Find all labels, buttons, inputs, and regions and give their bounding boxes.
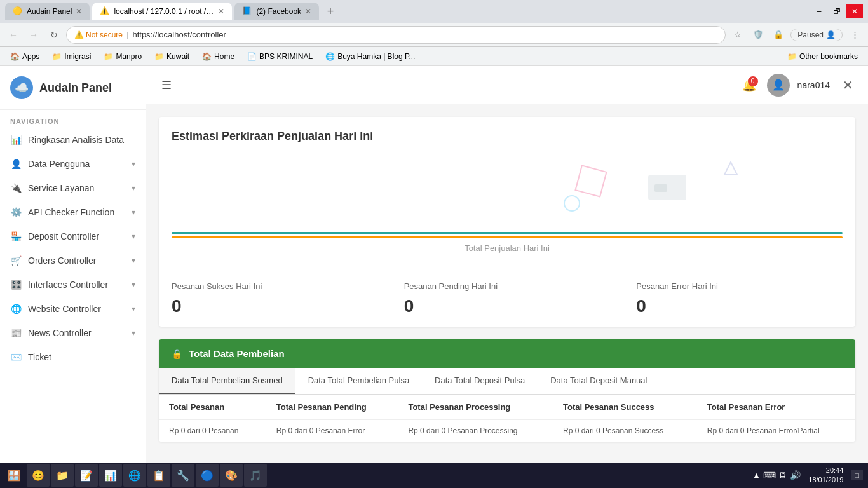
table-body: Rp 0 dari 0 Pesanan Rp 0 dari 0 Pesanan … [159,420,855,442]
sidebar-item-orders[interactable]: 🛒 Orders Controller ▾ [0,248,146,273]
taskbar-app-chrome[interactable]: 🌐 [123,464,146,487]
taskbar-app-excel[interactable]: 📊 [99,464,122,487]
stat-sukses-value: 0 [172,296,378,316]
sidebar-header: ☁️ Audain Panel [0,66,146,110]
sidebar-item-website[interactable]: 🌐 Website Controller ▾ [0,297,146,321]
tab2-title: localhost / 127.0.0.1 / root / new... [114,7,214,16]
taskbar-app-5[interactable]: 🎨 [220,464,243,487]
tab-pulsa[interactable]: Data Total Pembelian Pulsa [295,368,422,394]
browser-menu-button[interactable]: ⋮ [846,27,863,43]
sidebar-item-deposit[interactable]: 🏪 Deposit Controller ▾ [0,224,146,248]
paused-label: Paused [797,30,824,39]
close-panel-button[interactable]: ✕ [837,75,858,95]
table-row: Rp 0 dari 0 Pesanan Rp 0 dari 0 Pesanan … [159,420,855,442]
user-avatar[interactable]: 👤 [767,74,790,97]
notification-bell[interactable]: 🔔 0 [739,75,759,95]
tab1-close[interactable]: ✕ [76,7,82,16]
tab-deposit-manual[interactable]: Data Total Deposit Manual [538,368,660,394]
home-label: Home [214,52,234,61]
service-arrow: ▾ [132,184,135,193]
ticket-icon: ✉️ [10,351,22,363]
orders-icon: 🛒 [10,255,22,266]
bookmark-buya[interactable]: 🌐 Buya Hamka | Blog P... [320,51,420,62]
website-icon: 🌐 [10,303,22,315]
bookmark-imigrasi[interactable]: 📁 Imigrasi [47,51,96,62]
bookmark-home[interactable]: 🏠 Home [197,51,240,62]
user-name[interactable]: nara014 [797,80,830,90]
sidebar-item-news[interactable]: 📰 News Controller ▾ [0,321,146,345]
top-bar: ☰ 🔔 0 👤 nara014 ✕ [146,66,868,104]
sidebar: ☁️ Audain Panel NAVIGATION 📊 Ringkasan A… [0,66,146,488]
browser-tab-1[interactable]: 🟡 Audain Panel ✕ [5,3,90,20]
home-favicon: 🏠 [202,52,212,61]
col-total-pending: Total Pesanan Pending [266,395,398,420]
sidebar-item-data-pengguna[interactable]: 👤 Data Pengguna ▾ [0,152,146,176]
cell-success: Rp 0 dari 0 Pesanan Success [553,420,697,442]
taskbar-app-vlc[interactable]: 🎵 [244,464,267,487]
taskbar-app-xampp[interactable]: 🔧 [172,464,194,487]
chart-title: Estimasi Perkiraan Penjualan Hari Ini [172,130,843,143]
bookmark-apps[interactable]: 🏠 Apps [5,51,44,62]
other-bookmarks[interactable]: 📁 Other bookmarks [782,51,863,62]
maximize-button[interactable]: 🗗 [829,4,845,18]
new-tab-button[interactable]: + [322,3,339,20]
taskbar: 🪟 😊 📁 📝 📊 🌐 📋 🔧 🔵 🎨 🎵 ▲ ⌨ 🖥 🔊 20:44 18/0… [0,463,868,488]
taskbar-keyboard-icon[interactable]: ⌨ [763,470,776,480]
start-button[interactable]: 🪟 [3,464,25,487]
stat-sukses-label: Pesanan Sukses Hari Ini [172,281,378,291]
browser-action-1[interactable]: 🛡️ [750,27,766,43]
bookmark-bps[interactable]: 📄 BPS KRIMINAL [242,51,318,62]
browser-tab-3[interactable]: 📘 (2) Facebook ✕ [234,3,319,20]
stats-row: Pesanan Sukses Hari Ini 0 Pesanan Pendin… [159,271,855,327]
sidebar-item-ringkasan[interactable]: 📊 Ringkasan Analisis Data [0,128,146,152]
sidebar-title: Audain Panel [39,81,112,95]
sidebar-item-interfaces[interactable]: 🎛️ Interfaces Controller ▾ [0,273,146,297]
sidebar-item-ticket[interactable]: ✉️ Ticket [0,345,146,369]
taskbar-app-search[interactable]: 😊 [27,464,50,487]
back-button[interactable]: ← [5,27,22,43]
browser-action-2[interactable]: 🔒 [770,27,787,43]
sidebar-item-service[interactable]: 🔌 Service Layanan ▾ [0,176,146,200]
browser-title-bar: 🟡 Audain Panel ✕ ⚠️ localhost / 127.0.0.… [0,0,868,23]
bps-label: BPS KRIMINAL [259,52,313,61]
sidebar-nav-label: NAVIGATION [0,110,146,128]
table-container: Total Pesanan Total Pesanan Pending Tota… [159,395,855,442]
bookmark-button[interactable]: ☆ [729,27,746,43]
paused-badge[interactable]: Paused 👤 [790,29,843,41]
taskbar-monitor-icon[interactable]: 🖥 [778,470,787,480]
tab3-close[interactable]: ✕ [305,7,311,16]
col-total-pesanan: Total Pesanan [159,395,266,420]
chart-card: Estimasi Perkiraan Penjualan Hari Ini [159,117,855,327]
tab-deposit-pulsa[interactable]: Data Total Deposit Pulsa [422,368,538,394]
tab2-close[interactable]: ✕ [218,7,224,16]
cell-processing: Rp 0 dari 0 Pesanan Processing [398,420,553,442]
forward-button[interactable]: → [25,27,42,43]
app-layout: ☁️ Audain Panel NAVIGATION 📊 Ringkasan A… [0,66,868,488]
taskbar-notification[interactable]: □ [851,470,863,480]
menu-toggle-button[interactable]: ☰ [156,75,177,95]
taskbar-date-value: 18/01/2019 [808,475,843,485]
address-bar[interactable]: ⚠️ Not secure | https://localhost/contro… [66,26,726,44]
tab-sosmed[interactable]: Data Total Pembelian Sosmed [159,368,295,394]
close-window-button[interactable]: ✕ [846,4,863,18]
data-pengguna-icon: 👤 [10,158,22,170]
browser-tab-2[interactable]: ⚠️ localhost / 127.0.0.1 / root / new...… [92,3,232,20]
sidebar-item-api[interactable]: ⚙️ API Checker Function ▾ [0,200,146,224]
taskbar-app-sublime[interactable]: 📋 [147,464,170,487]
taskbar-volume-icon[interactable]: 🔊 [790,470,801,480]
bookmark-kuwait[interactable]: 📁 Kuwait [149,51,194,62]
table-head: Total Pesanan Total Pesanan Pending Tota… [159,395,855,420]
taskbar-app-vscode[interactable]: 🔵 [196,464,219,487]
taskbar-arrow-icon[interactable]: ▲ [752,470,761,480]
sidebar-logo: ☁️ [10,76,33,99]
refresh-button[interactable]: ↻ [46,27,62,43]
tab3-favicon: 📘 [242,6,252,17]
interfaces-arrow: ▾ [132,280,135,289]
tab3-title: (2) Facebook [256,7,301,16]
top-bar-right: 🔔 0 👤 nara014 ✕ [739,74,858,97]
bookmark-manpro[interactable]: 📁 Manpro [98,51,147,62]
taskbar-app-word[interactable]: 📝 [75,464,98,487]
news-label: News Controller [28,328,125,338]
minimize-button[interactable]: – [811,4,827,18]
taskbar-app-explorer[interactable]: 📁 [51,464,74,487]
